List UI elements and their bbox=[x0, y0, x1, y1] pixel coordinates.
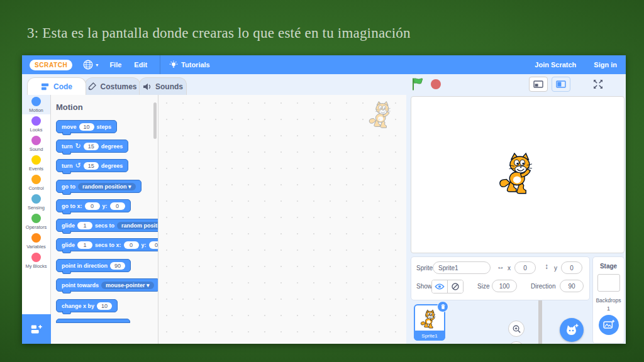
block-dropdown[interactable]: random position ▾ bbox=[117, 222, 158, 229]
block-input[interactable]: 0 bbox=[149, 241, 158, 249]
category-my-blocks[interactable]: My Blocks bbox=[22, 251, 50, 270]
block-label: secs to bbox=[95, 222, 114, 229]
category-events[interactable]: Events bbox=[22, 153, 50, 173]
block-label: steps bbox=[97, 124, 112, 130]
category-color-dot bbox=[31, 194, 41, 204]
direction-input[interactable]: 90 bbox=[560, 280, 584, 292]
palette-block-2[interactable]: turn↺15degrees bbox=[56, 159, 128, 172]
palette-block-9[interactable]: change x by10 bbox=[56, 299, 118, 312]
hide-sprite-button[interactable] bbox=[448, 280, 463, 293]
zoom-in-icon bbox=[512, 324, 521, 334]
code-blocks-icon bbox=[41, 83, 50, 90]
menu-divider bbox=[160, 55, 160, 74]
fullscreen-button[interactable] bbox=[592, 78, 604, 90]
palette-block-7[interactable]: point in direction90 bbox=[56, 259, 131, 272]
add-sprite-cat-icon bbox=[564, 322, 579, 337]
join-scratch-link[interactable]: Join Scratch bbox=[535, 61, 576, 69]
block-label: y: bbox=[142, 242, 147, 248]
small-stage-icon bbox=[533, 80, 543, 88]
tab-code[interactable]: Code bbox=[27, 77, 86, 95]
category-looks[interactable]: Looks bbox=[22, 114, 50, 134]
x-position-input[interactable]: 0 bbox=[514, 261, 536, 274]
category-label: My Blocks bbox=[25, 263, 47, 269]
block-label: turn bbox=[62, 143, 73, 150]
category-label: Events bbox=[29, 166, 43, 172]
menu-file[interactable]: File bbox=[109, 61, 121, 69]
block-palette: Motion move10stepsturn↻15degreesturn↺15d… bbox=[51, 95, 158, 344]
category-color-dot bbox=[31, 233, 41, 243]
sprite-card-sprite1[interactable]: Sprite1 bbox=[414, 304, 445, 341]
category-sensing[interactable]: Sensing bbox=[22, 192, 50, 212]
block-input[interactable]: 1 bbox=[77, 241, 92, 249]
block-dropdown[interactable]: random position ▾ bbox=[78, 183, 136, 190]
sprite-thumbnail-cat bbox=[419, 308, 440, 331]
zoom-in-button[interactable] bbox=[508, 321, 525, 337]
category-color-dot bbox=[31, 97, 41, 106]
stage-panel-title: Stage bbox=[593, 263, 624, 270]
block-input[interactable]: 90 bbox=[110, 262, 125, 270]
add-backdrop-button[interactable] bbox=[599, 315, 619, 335]
sprite-info-panel: Sprite Sprite1 ↔ x 0 ↕ y 0 Show Size 100… bbox=[411, 256, 590, 300]
block-input[interactable]: 10 bbox=[97, 302, 112, 310]
scratch-cat-sprite[interactable] bbox=[497, 148, 541, 200]
category-variables[interactable]: Variables bbox=[22, 231, 50, 251]
large-stage-button[interactable] bbox=[552, 77, 570, 92]
block-input[interactable]: 15 bbox=[84, 143, 99, 150]
block-input[interactable]: 1 bbox=[77, 222, 92, 229]
palette-block-3[interactable]: go torandom position ▾ bbox=[56, 180, 142, 193]
size-input[interactable]: 100 bbox=[492, 280, 517, 292]
palette-block-10[interactable] bbox=[56, 319, 130, 323]
small-stage-button[interactable] bbox=[529, 77, 548, 92]
sprite-label: Sprite bbox=[416, 265, 433, 272]
category-operators[interactable]: Operators bbox=[22, 212, 50, 231]
rotate-icon: ↺ bbox=[75, 162, 81, 170]
block-input[interactable]: 0 bbox=[85, 202, 100, 210]
show-sprite-button[interactable] bbox=[432, 280, 448, 293]
category-color-dot bbox=[31, 116, 41, 126]
palette-block-5[interactable]: glide1secs torandom position ▾ bbox=[56, 219, 158, 232]
stage-selector-panel[interactable]: Stage Backdrops 1 bbox=[592, 256, 625, 344]
stage[interactable] bbox=[411, 96, 625, 253]
category-control[interactable]: Control bbox=[22, 173, 50, 192]
large-stage-icon bbox=[556, 80, 566, 88]
block-label: move bbox=[62, 124, 77, 130]
language-selector[interactable]: ▾ bbox=[82, 59, 98, 70]
palette-block-1[interactable]: turn↻15degrees bbox=[56, 140, 128, 153]
block-label: go to bbox=[62, 184, 75, 190]
palette-block-8[interactable]: point towardsmouse-pointer ▾ bbox=[56, 278, 158, 292]
palette-block-6[interactable]: glide1secs to x:0y:0 bbox=[56, 238, 158, 251]
menu-bar: SCRATCH ▾ File Edit Tutorials Join Scrat… bbox=[22, 55, 626, 74]
palette-block-4[interactable]: go to x:0y:0 bbox=[56, 199, 131, 212]
palette-scrollbar[interactable] bbox=[153, 102, 157, 139]
y-position-input[interactable]: 0 bbox=[561, 261, 582, 274]
menu-tutorials[interactable]: Tutorials bbox=[169, 60, 210, 69]
tab-costumes[interactable]: Costumes bbox=[85, 77, 140, 95]
add-extension-button[interactable] bbox=[22, 314, 51, 344]
block-input[interactable]: 0 bbox=[124, 241, 139, 249]
y-position-icon: ↕ bbox=[545, 262, 548, 271]
sprite-card-name: Sprite1 bbox=[414, 331, 445, 341]
block-input[interactable]: 0 bbox=[110, 202, 125, 210]
add-sprite-button[interactable] bbox=[560, 318, 584, 342]
stop-button[interactable] bbox=[431, 79, 441, 89]
block-dropdown[interactable]: mouse-pointer ▾ bbox=[101, 282, 154, 289]
menu-edit[interactable]: Edit bbox=[134, 61, 147, 69]
delete-sprite-button[interactable] bbox=[437, 301, 448, 312]
block-input[interactable]: 10 bbox=[79, 123, 94, 131]
palette-block-0[interactable]: move10steps bbox=[56, 120, 117, 133]
backdrop-thumbnail[interactable] bbox=[597, 274, 620, 292]
green-flag-button[interactable] bbox=[411, 77, 425, 91]
sprite-name-input[interactable]: Sprite1 bbox=[433, 261, 491, 274]
block-input[interactable]: 15 bbox=[84, 162, 99, 170]
zoom-out-button[interactable] bbox=[508, 341, 525, 344]
code-canvas[interactable]: = bbox=[158, 95, 406, 344]
scratch-logo[interactable]: SCRATCH bbox=[30, 60, 72, 70]
direction-label: Direction bbox=[531, 283, 555, 290]
lightbulb-icon bbox=[169, 60, 178, 69]
block-label: glide bbox=[62, 222, 75, 229]
category-sound[interactable]: Sound bbox=[22, 134, 50, 153]
tab-sounds[interactable]: Sounds bbox=[139, 77, 187, 95]
category-motion[interactable]: Motion bbox=[22, 95, 50, 114]
sign-in-link[interactable]: Sign in bbox=[594, 61, 617, 69]
backdrops-count: 1 bbox=[593, 305, 624, 312]
